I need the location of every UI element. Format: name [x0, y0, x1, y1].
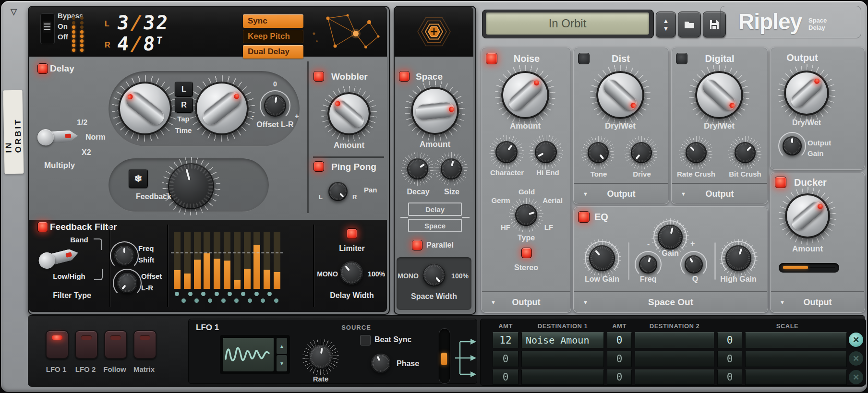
noise-led[interactable] [486, 53, 497, 64]
digital-output-dropdown[interactable]: ▼Output [672, 183, 767, 203]
delay-time-right-knob[interactable] [195, 82, 249, 135]
tab-matrix-label[interactable]: Matrix [133, 366, 155, 373]
stereo-led[interactable] [521, 248, 532, 258]
mod-amount-slider[interactable] [439, 328, 450, 384]
space-amount-knob[interactable] [411, 87, 459, 135]
bit-crush-knob[interactable] [735, 142, 756, 163]
lfo-rate-knob[interactable] [309, 345, 333, 369]
size-knob[interactable] [441, 158, 462, 179]
sync-button[interactable]: Sync [243, 14, 303, 28]
filter-band-label[interactable]: Band [70, 236, 88, 243]
parallel-led[interactable] [412, 240, 422, 250]
corner-triangle-icon[interactable]: ▽ [11, 8, 17, 16]
power-option-on[interactable]: On [58, 23, 68, 30]
pan-knob[interactable] [328, 182, 348, 201]
matrix-cell[interactable]: Noise Amoun [521, 332, 604, 348]
matrix-cell[interactable]: 0 [493, 351, 518, 367]
digital-drywet-knob[interactable] [695, 71, 743, 119]
matrix-cell[interactable] [521, 351, 604, 367]
eq-space-out-dropdown[interactable]: ▼Space Out [574, 291, 767, 312]
high-gain-knob[interactable] [725, 245, 751, 271]
wobbler-amount-knob[interactable] [327, 92, 371, 135]
tab-lfo2[interactable] [75, 330, 98, 359]
dual-delay-button[interactable]: Dual Delay [243, 45, 303, 59]
preset-up-icon[interactable]: ▲ [663, 18, 669, 24]
matrix-clear-button[interactable]: ✕ [849, 333, 863, 347]
lfo-wave-up-button[interactable]: ▲ [277, 338, 287, 354]
eq-led[interactable] [578, 211, 590, 223]
ff-offset-lr-knob[interactable] [117, 273, 137, 293]
feedback-knob[interactable] [168, 163, 214, 209]
decay-knob[interactable] [407, 158, 428, 179]
dist-led[interactable] [578, 53, 590, 64]
rate-crush-knob[interactable] [686, 142, 707, 163]
delay-time-left-knob[interactable] [118, 82, 172, 135]
tab-follow[interactable] [104, 330, 127, 359]
matrix-cell[interactable] [635, 351, 714, 367]
lfo-wave-down-button[interactable]: ▼ [277, 355, 287, 371]
delay-width-knob[interactable] [340, 262, 363, 285]
matrix-cell[interactable]: 0 [607, 351, 632, 367]
preset-down-icon[interactable]: ▼ [663, 25, 669, 32]
output-drywet-knob[interactable] [784, 71, 829, 116]
multiply-half-label[interactable]: 1/2 [77, 119, 87, 127]
matrix-cell[interactable] [745, 332, 847, 348]
tap-l-button[interactable]: L [175, 82, 193, 97]
preset-prev-next-button[interactable]: ▲ ▼ [656, 12, 676, 37]
tab-lfo1[interactable] [46, 330, 69, 359]
low-gain-knob[interactable] [589, 245, 615, 271]
matrix-cell[interactable]: 0 [607, 332, 632, 348]
tab-lfo2-label[interactable]: LFO 2 [75, 366, 96, 373]
tap-r-button[interactable]: R [175, 97, 193, 113]
lfo-waveform-display[interactable] [223, 338, 274, 371]
limiter-led[interactable] [347, 228, 357, 239]
noise-output-dropdown[interactable]: ▼Output [482, 291, 570, 312]
eq-freq-knob[interactable] [639, 255, 657, 274]
output-gain-knob[interactable] [783, 136, 802, 155]
tone-knob[interactable] [588, 142, 609, 163]
matrix-cell[interactable]: 0 [493, 369, 518, 385]
ping-pong-led[interactable] [313, 161, 324, 172]
feedback-filter-led[interactable] [37, 222, 48, 232]
space-width-knob[interactable] [422, 263, 446, 286]
freeze-button[interactable]: ❄ [129, 169, 148, 188]
multiply-x2-label[interactable]: X2 [82, 149, 91, 156]
matrix-cell[interactable]: 0 [717, 332, 742, 348]
dist-drywet-knob[interactable] [596, 71, 644, 119]
noise-type-knob[interactable] [515, 204, 537, 226]
matrix-cell[interactable]: 12 [493, 332, 518, 348]
delay-offset-lr-knob[interactable] [264, 95, 286, 117]
eq-gain-knob[interactable] [658, 225, 683, 250]
matrix-cell[interactable] [745, 369, 847, 385]
tab-matrix[interactable] [133, 330, 157, 359]
dist-output-dropdown[interactable]: ▼Output [574, 183, 668, 203]
filter-lowhigh-label[interactable]: Low/High [53, 273, 85, 280]
multiply-lever[interactable] [37, 128, 78, 146]
keep-pitch-button[interactable]: Keep Pitch [243, 30, 303, 43]
lfo-phase-knob[interactable] [371, 354, 390, 373]
matrix-clear-button[interactable]: ✕ [849, 351, 863, 366]
preset-display[interactable]: In Orbit [486, 12, 649, 35]
matrix-cell[interactable]: 0 [717, 351, 742, 367]
preset-browse-button[interactable] [678, 12, 701, 37]
tab-follow-label[interactable]: Follow [103, 366, 126, 373]
noise-amount-knob[interactable] [501, 71, 549, 119]
digital-led[interactable] [676, 53, 687, 64]
ducker-led[interactable] [775, 177, 786, 188]
matrix-cell[interactable] [635, 369, 714, 385]
tab-lfo1-label[interactable]: LFO 1 [46, 366, 67, 373]
matrix-cell[interactable] [635, 332, 714, 348]
power-switch[interactable] [40, 13, 55, 44]
character-knob[interactable] [495, 141, 518, 163]
multiply-norm-label[interactable]: Norm [85, 133, 106, 141]
power-option-off[interactable]: Off [58, 33, 68, 40]
ducker-amount-knob[interactable] [785, 193, 830, 238]
display-r-value[interactable]: 4/8T [116, 33, 163, 55]
hi-end-knob[interactable] [535, 141, 557, 163]
freq-shift-knob[interactable] [114, 246, 134, 266]
matrix-clear-button[interactable]: ✕ [849, 370, 863, 384]
display-l-value[interactable]: 3/32 [116, 12, 170, 34]
drive-knob[interactable] [631, 142, 652, 163]
ducker-output-dropdown[interactable]: ▼Output [771, 291, 864, 312]
delay-led[interactable] [37, 63, 48, 74]
